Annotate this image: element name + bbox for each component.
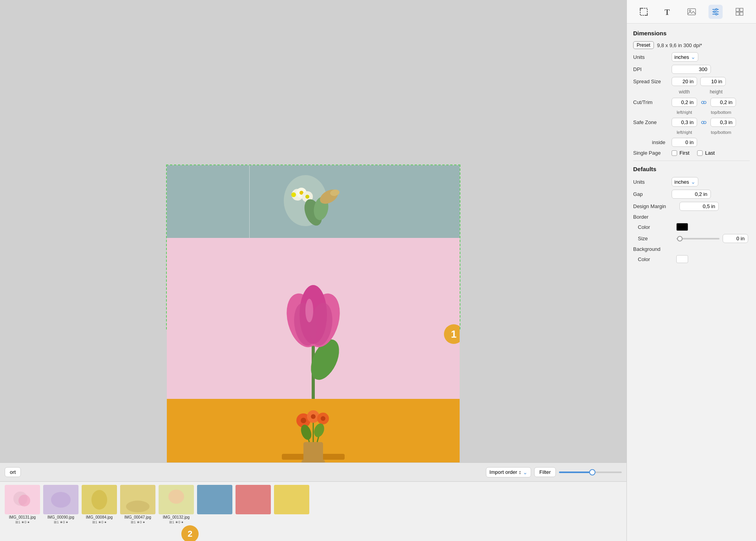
safe-top-bottom-input[interactable]	[710, 118, 736, 127]
safe-zone-row: Safe Zone	[633, 118, 750, 127]
svg-point-41	[51, 492, 71, 508]
safe-left-right-input[interactable]	[672, 118, 697, 127]
import-button[interactable]: ort	[5, 467, 21, 477]
cut-link-icon[interactable]	[700, 99, 707, 106]
preset-info: 9,8 x 9,6 in 300 dpi*	[657, 42, 702, 48]
sliders-icon[interactable]	[709, 5, 723, 19]
thumbnail-3[interactable]: IMG_00047.jpg ⊞1 ★0 ●	[120, 485, 155, 538]
border-size-row: Size	[638, 234, 750, 243]
gap-row: Gap	[633, 190, 750, 199]
crop-icon[interactable]	[637, 5, 651, 19]
inside-input[interactable]	[672, 138, 697, 147]
background-label: Background	[633, 246, 668, 252]
design-margin-row: Design Margin	[633, 202, 750, 211]
toolbar: T	[627, 0, 756, 24]
design-margin-input[interactable]	[679, 202, 719, 211]
text-icon[interactable]: T	[661, 5, 675, 19]
border-size-input[interactable]	[723, 234, 748, 243]
defaults-title: Defaults	[633, 166, 750, 172]
dimensions-title: Dimensions	[633, 30, 750, 37]
left-panel: 1	[0, 0, 626, 541]
image-icon[interactable]	[685, 5, 699, 19]
svg-rect-49	[236, 485, 271, 514]
thumbnail-6[interactable]	[236, 485, 271, 538]
svg-point-39	[18, 495, 30, 506]
svg-rect-66	[740, 8, 743, 11]
bg-color-row: Color	[638, 255, 750, 263]
canvas-area[interactable]: 1	[0, 0, 626, 462]
cut-trim-label: Cut/Trim	[633, 99, 668, 105]
thumbnail-7[interactable]	[274, 485, 309, 538]
badge-1: 1	[444, 324, 460, 344]
svg-rect-50	[274, 485, 309, 514]
section-divider	[633, 161, 750, 161]
cut-left-right-input[interactable]	[672, 98, 697, 107]
spread-size-label: Spread Size	[633, 79, 668, 84]
border-color-swatch[interactable]	[676, 223, 688, 231]
svg-rect-57	[688, 9, 696, 15]
dpi-label: DPI	[633, 66, 668, 72]
svg-rect-65	[736, 8, 739, 11]
cut-trim-row: Cut/Trim	[633, 98, 750, 107]
zoom-slider[interactable]	[559, 472, 622, 473]
settings-panel: Dimensions Preset 9,8 x 9,6 in 300 dpi* …	[627, 24, 756, 541]
safe-zone-label: Safe Zone	[633, 119, 668, 125]
svg-point-58	[689, 10, 691, 11]
last-label: Last	[705, 150, 715, 156]
dpi-row: DPI	[633, 65, 750, 74]
background-row: Background	[633, 246, 750, 252]
spread-width-input[interactable]	[672, 77, 697, 86]
dpi-input[interactable]	[672, 65, 711, 74]
svg-point-45	[126, 501, 150, 512]
border-size-slider[interactable]	[676, 238, 719, 239]
svg-point-63	[714, 11, 715, 13]
preset-row: Preset 9,8 x 9,6 in 300 dpi*	[633, 41, 750, 49]
svg-point-32	[311, 414, 316, 419]
svg-rect-67	[736, 12, 739, 15]
border-size-label: Size	[638, 236, 673, 241]
spread-height-input[interactable]	[700, 77, 726, 86]
last-checkbox[interactable]	[697, 150, 703, 156]
svg-rect-51	[640, 8, 647, 15]
svg-text:T: T	[665, 8, 670, 16]
thumbnail-5[interactable]	[197, 485, 232, 538]
defaults-units-row: Units inches ⌄	[633, 177, 750, 186]
svg-point-21	[305, 299, 313, 322]
gap-label: Gap	[633, 191, 668, 197]
border-color-row: Color	[638, 223, 750, 231]
first-checkbox[interactable]	[672, 150, 677, 156]
units-row: Units inches ⌄	[633, 52, 750, 62]
cut-sub-top: top/bottom	[707, 110, 735, 115]
preset-button[interactable]: Preset	[633, 41, 654, 49]
units-select[interactable]: inches ⌄	[672, 52, 698, 62]
grid-icon[interactable]	[732, 5, 747, 19]
photo-strip: ort Import order ↕ ⌄ Filter	[0, 462, 626, 541]
defaults-units-select[interactable]: inches ⌄	[672, 177, 698, 186]
filter-button[interactable]: Filter	[534, 467, 556, 477]
border-row: Border	[633, 214, 750, 220]
thumbnail-1[interactable]: IMG_00090.jpg ⊞1 ★0 ●	[43, 485, 79, 538]
spread-size-row: Spread Size	[633, 77, 750, 86]
thumbnail-4[interactable]: IMG_00132.jpg ⊞1 ★0 ● 2	[159, 485, 194, 538]
cut-top-bottom-input[interactable]	[710, 98, 736, 107]
bg-color-swatch[interactable]	[676, 255, 688, 263]
svg-rect-25	[303, 442, 323, 462]
photo-collage: 1	[166, 164, 460, 329]
thumbnail-0[interactable]: IMG_00131.jpg ⊞1 ★0 ●	[5, 485, 40, 538]
svg-point-64	[716, 13, 717, 15]
last-checkbox-row: Last	[697, 150, 715, 156]
cut-sub-left: left/right	[672, 110, 697, 115]
right-panel: T	[626, 0, 756, 541]
inside-label: inside	[633, 139, 668, 145]
safe-sub-top: top/bottom	[707, 130, 735, 135]
thumbnail-2[interactable]: IMG_00084.jpg ⊞1 ★0 ●	[82, 485, 117, 538]
width-label: width	[672, 89, 697, 95]
single-page-row: Single Page First Last	[633, 150, 750, 156]
safe-link-icon[interactable]	[700, 119, 707, 126]
design-margin-label: Design Margin	[633, 203, 676, 209]
svg-point-7	[305, 195, 309, 199]
single-page-label: Single Page	[633, 150, 668, 156]
svg-point-30	[301, 418, 306, 423]
gap-input[interactable]	[672, 190, 711, 199]
import-order-select[interactable]: Import order ↕ ⌄	[486, 467, 531, 477]
